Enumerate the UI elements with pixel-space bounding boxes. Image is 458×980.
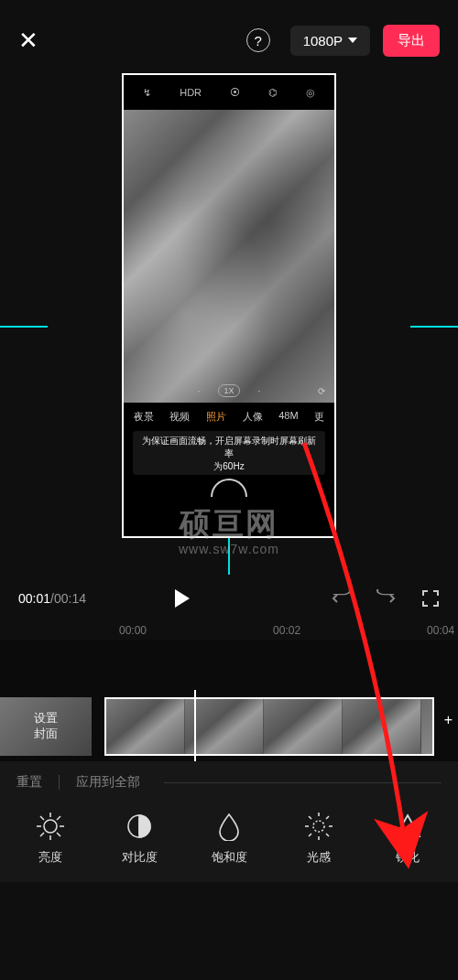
svg-point-11 [313,821,324,832]
fullscreen-button[interactable] [421,589,440,608]
close-button[interactable]: ✕ [18,27,38,55]
resolution-label: 1080P [303,33,343,48]
chevron-down-icon [348,38,357,43]
camera-top-icons: ↯ HDR ⦿ ⌬ ◎ [124,75,334,110]
camera-flip-icon: ⟳ [318,386,325,396]
apply-all-button[interactable]: 应用到全部 [76,774,140,791]
preview-image: · 1X · ⟳ [124,110,334,403]
crop-guide [0,326,48,328]
settings-icon: ◎ [306,87,315,99]
svg-line-19 [326,816,329,819]
svg-line-7 [40,833,44,836]
light-icon [301,809,336,844]
contrast-icon [122,809,157,844]
add-clip-button[interactable]: + [444,712,453,728]
timeline-ruler: 00:00 00:02 00:04 [0,622,458,641]
play-bar: 00:01/00:14 [0,575,458,622]
tool-contrast[interactable]: 对比度 [122,809,158,866]
play-button[interactable] [175,589,190,608]
svg-line-6 [57,833,60,836]
tool-sharpen[interactable]: 锐化 [390,809,425,866]
svg-line-8 [57,816,60,820]
export-button[interactable]: 导出 [383,25,440,57]
top-bar: ✕ ? 1080P 导出 [0,0,458,73]
set-cover-button[interactable]: 设置 封面 [0,697,92,756]
preview-area: ↯ HDR ⦿ ⌬ ◎ · 1X · ⟳ 夜景 视频 照片 人像 48M 更 为… [0,73,458,575]
tip-text: 为保证画面流畅，开启屏幕录制时屏幕刷新率 为60Hz [133,431,325,475]
svg-line-5 [40,816,44,820]
resolution-dropdown[interactable]: 1080P [290,26,370,56]
tool-brightness[interactable]: 亮度 [33,809,68,866]
timeline[interactable]: 设置 封面 + [0,641,458,761]
tool-light-sense[interactable]: 光感 [301,809,336,866]
svg-line-18 [309,834,311,836]
filter-icon: ⌬ [268,87,278,99]
adjust-tools: 亮度 对比度 饱和度 光感 [0,796,458,882]
crop-guide [410,326,458,328]
video-clip[interactable] [104,697,434,756]
sharpen-icon [390,809,425,844]
svg-point-0 [44,820,57,833]
timecode: 00:01/00:14 [18,591,86,606]
camera-modes: 夜景 视频 照片 人像 48M 更 [124,403,334,427]
svg-line-17 [326,834,329,836]
playhead[interactable] [194,690,196,761]
hdr-icon: HDR [180,87,202,98]
svg-line-16 [309,816,311,819]
preview-frame[interactable]: ↯ HDR ⦿ ⌬ ◎ · 1X · ⟳ 夜景 视频 照片 人像 48M 更 为… [122,73,336,538]
flash-icon: ↯ [143,87,151,99]
target-icon: ⦿ [230,87,240,98]
saturation-icon [212,809,246,844]
undo-button[interactable] [330,589,352,608]
tool-saturation[interactable]: 饱和度 [212,809,247,866]
shutter-icon [211,479,247,497]
redo-button[interactable] [376,589,398,608]
reset-button[interactable]: 重置 [16,774,42,791]
adjust-top-bar: 重置 应用到全部 [0,761,458,796]
help-button[interactable]: ? [246,28,270,52]
brightness-icon [33,809,68,844]
zoom-badge: 1X [218,384,239,397]
adjust-slider[interactable] [164,782,442,783]
